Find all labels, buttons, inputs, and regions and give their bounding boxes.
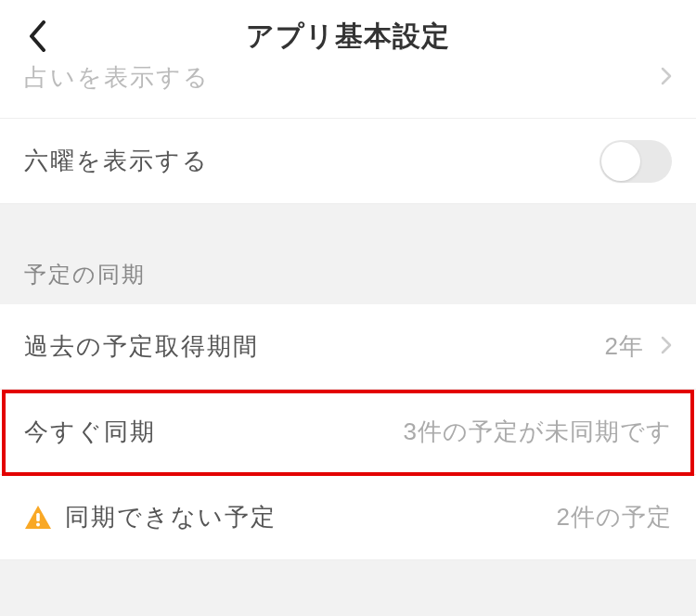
row-show-fortune[interactable]: 占いを表示する [0, 72, 696, 119]
row-label: 今すぐ同期 [24, 416, 404, 448]
svg-point-1 [36, 522, 40, 526]
svg-rect-0 [36, 513, 40, 521]
warning-icon [24, 504, 52, 532]
row-label: 過去の予定取得期間 [24, 330, 605, 363]
chevron-left-icon [28, 20, 46, 52]
back-button[interactable] [19, 18, 56, 55]
row-value: 2件の予定 [557, 501, 672, 533]
row-label: 占いを表示する [24, 65, 661, 89]
header: アプリ基本設定 [0, 0, 696, 72]
section-header-sync: 予定の同期 [0, 204, 696, 304]
chevron-right-icon [661, 67, 672, 89]
chevron-right-icon [661, 336, 672, 358]
toggle-rokuyou[interactable] [599, 140, 672, 183]
row-sync-fail[interactable]: 同期できない予定 2件の予定 [0, 475, 696, 560]
row-value: 2年 [605, 330, 644, 363]
row-past-period[interactable]: 過去の予定取得期間 2年 [0, 304, 696, 390]
row-sync-now[interactable]: 今すぐ同期 3件の予定が未同期です [0, 390, 696, 475]
row-value: 3件の予定が未同期です [404, 416, 672, 448]
row-label: 六曜を表示する [24, 145, 599, 177]
row-show-rokuyou: 六曜を表示する [0, 119, 696, 204]
row-label: 同期できない予定 [65, 501, 557, 533]
toggle-knob [601, 142, 640, 181]
page-title: アプリ基本設定 [0, 18, 696, 56]
